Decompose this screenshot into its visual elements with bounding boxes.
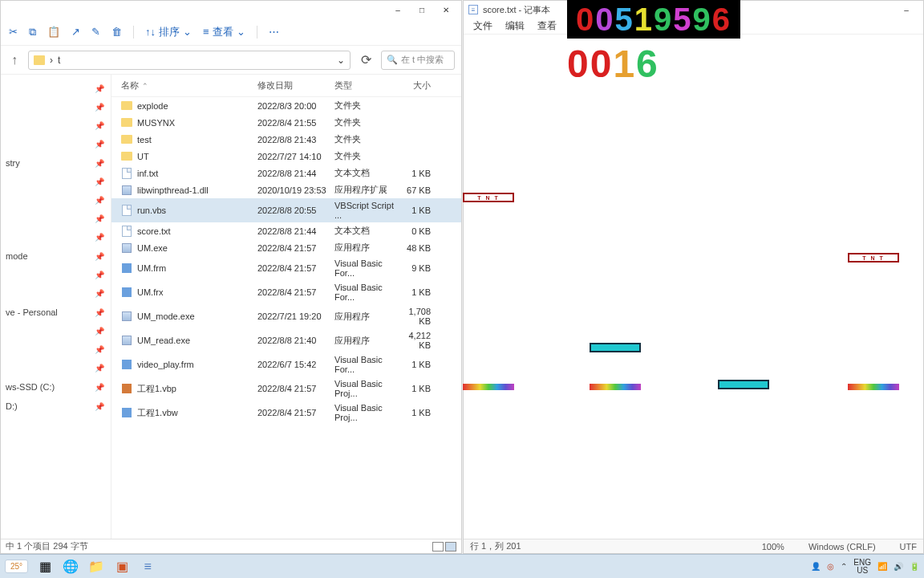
notepad-menubar: 文件 编辑 查看 — [464, 18, 923, 35]
battery-icon[interactable]: 🔋 — [910, 562, 919, 571]
sidebar-item[interactable]: 📌 — [1, 210, 111, 228]
taskview-icon[interactable]: ▦ — [36, 558, 54, 576]
file-row[interactable]: video_play.frm2022/6/7 15:42Visual Basic… — [111, 352, 461, 377]
separator — [133, 26, 134, 39]
chevron-down-icon[interactable]: ⌄ — [337, 55, 345, 66]
sidebar-item[interactable]: ve - Personal📌 — [1, 303, 111, 322]
notepad-taskbar-icon[interactable]: ≡ — [139, 558, 156, 576]
sort-button[interactable]: ↑↓ 排序 ⌄ — [145, 25, 192, 39]
close-button[interactable]: ✕ — [434, 2, 458, 17]
delete-icon[interactable]: 🗑 — [111, 26, 122, 38]
breadcrumb-sep: › — [50, 55, 53, 66]
sidebar-item[interactable]: 📌 — [1, 135, 111, 153]
more-icon[interactable]: ⋯ — [269, 26, 279, 38]
file-row[interactable]: test2022/8/8 21:43文件夹 — [111, 131, 461, 148]
col-type[interactable]: 类型 — [334, 79, 399, 92]
folder-icon — [34, 55, 45, 65]
file-row[interactable]: 工程1.vbw2022/8/4 21:57Visual Basic Proj..… — [111, 401, 461, 425]
maximize-button[interactable]: □ — [410, 2, 434, 17]
chevron-up-icon[interactable]: ⌃ — [841, 562, 847, 571]
sidebar-item[interactable]: 📌 — [1, 322, 111, 340]
sidebar-item[interactable]: ws-SSD (C:)📌 — [1, 377, 111, 397]
explorer-icon[interactable]: 📁 — [87, 558, 105, 576]
system-tray: 👤 ◎ ⌃ ENGUS 📶 🔊 🔋 — [811, 559, 919, 575]
sidebar-item[interactable]: 📌 — [1, 191, 111, 210]
explorer-statusbar: 中 1 个项目 294 字节 — [1, 539, 461, 553]
file-row[interactable]: MUSYNX2022/8/4 21:55文件夹 — [111, 114, 461, 131]
file-row[interactable]: 工程1.vbp2022/8/4 21:57Visual Basic Proj..… — [111, 377, 461, 401]
zoom-level: 100% — [762, 542, 784, 552]
file-explorer-window: – □ ✕ ✂ ⧉ 📋 ↗ ✎ 🗑 ↑↓ 排序 ⌄ ≡ 查看 ⌄ ⋯ ↑ › t… — [0, 0, 462, 554]
paste-icon[interactable]: 📋 — [47, 26, 60, 38]
col-date[interactable]: 修改日期 — [257, 79, 334, 92]
file-row[interactable]: UM_mode.exe2022/7/21 19:20应用程序1,708 KB — [111, 304, 461, 328]
sidebar-item[interactable]: 📌 — [1, 284, 111, 303]
sidebar-item[interactable]: 📌 — [1, 359, 111, 377]
tray-icon[interactable]: 👤 — [811, 562, 821, 571]
view-details-icon[interactable] — [445, 542, 456, 552]
path-text: t — [58, 55, 60, 66]
separator — [257, 26, 257, 39]
sidebar-item[interactable]: stry📌 — [1, 153, 111, 173]
col-size[interactable]: 大小 — [399, 79, 436, 92]
search-input[interactable]: 🔍 在 t 中搜索 — [381, 51, 455, 70]
file-row[interactable]: explode2022/8/3 20:00文件夹 — [111, 97, 461, 114]
sidebar-item[interactable]: mode📌 — [1, 246, 111, 266]
notepad-window: ≡ score.txt - 记事本 – 文件 编辑 查看 行 1，列 201 1… — [463, 0, 924, 554]
sidebar-item[interactable]: 📌 — [1, 340, 111, 359]
search-icon: 🔍 — [387, 55, 398, 65]
notepad-statusbar: 行 1，列 201 100% Windows (CRLF) UTF — [464, 539, 923, 553]
edge-icon[interactable]: 🌐 — [62, 558, 79, 576]
address-bar: ↑ › t ⌄ ⟳ 🔍 在 t 中搜索 — [1, 46, 461, 75]
sidebar-item[interactable]: 📌 — [1, 79, 111, 98]
file-row[interactable]: UM.exe2022/8/4 21:57应用程序48 KB — [111, 239, 461, 256]
wifi-icon[interactable]: 📶 — [877, 562, 887, 571]
explorer-titlebar: – □ ✕ — [1, 1, 461, 18]
notepad-titlebar: ≡ score.txt - 记事本 – — [464, 1, 923, 18]
sidebar-item[interactable]: 📌 — [1, 98, 111, 116]
tray-icon[interactable]: ◎ — [827, 562, 834, 571]
file-row[interactable]: score.txt2022/8/8 21:44文本文档0 KB — [111, 222, 461, 239]
volume-icon[interactable]: 🔊 — [894, 562, 903, 571]
file-row[interactable]: inf.txt2022/8/8 21:44文本文档1 KB — [111, 165, 461, 181]
column-headers: 名称⌃ 修改日期 类型 大小 — [111, 75, 461, 97]
line-ending: Windows (CRLF) — [808, 542, 876, 552]
menu-view[interactable]: 查看 — [537, 19, 557, 33]
sidebar-item[interactable]: 📌 — [1, 173, 111, 191]
weather-widget[interactable]: 25° — [5, 560, 28, 573]
menu-edit[interactable]: 编辑 — [505, 19, 525, 33]
sidebar-item[interactable]: 📌 — [1, 228, 111, 246]
file-row[interactable]: libwinpthread-1.dll2020/10/19 23:53应用程序扩… — [111, 181, 461, 198]
notepad-icon: ≡ — [468, 5, 478, 14]
rename-icon[interactable]: ✎ — [91, 26, 100, 38]
encoding: UTF — [900, 542, 917, 552]
col-name[interactable]: 名称⌃ — [121, 79, 257, 92]
file-row[interactable]: UM.frm2022/8/4 21:57Visual Basic For...9… — [111, 256, 461, 280]
explorer-sidebar: 📌📌📌📌stry📌📌📌📌📌mode📌📌📌ve - Personal📌📌📌📌ws-… — [1, 75, 111, 539]
explorer-toolbar: ✂ ⧉ 📋 ↗ ✎ 🗑 ↑↓ 排序 ⌄ ≡ 查看 ⌄ ⋯ — [1, 18, 461, 46]
file-list-panel: 名称⌃ 修改日期 类型 大小 explode2022/8/3 20:00文件夹M… — [111, 75, 461, 539]
powerpoint-icon[interactable]: ▣ — [113, 558, 131, 576]
menu-file[interactable]: 文件 — [473, 19, 492, 33]
minimize-button[interactable]: – — [386, 2, 410, 17]
sidebar-item[interactable]: 📌 — [1, 266, 111, 284]
sidebar-item[interactable]: 📌 — [1, 116, 111, 135]
cut-icon[interactable]: ✂ — [9, 26, 18, 38]
file-row[interactable]: UT2022/7/27 14:10文件夹 — [111, 148, 461, 165]
path-input[interactable]: › t ⌄ — [28, 51, 351, 70]
file-row[interactable]: run.vbs2022/8/8 20:55VBScript Script ...… — [111, 198, 461, 222]
file-row[interactable]: UM_read.exe2022/8/8 21:40应用程序4,212 KB — [111, 328, 461, 352]
search-placeholder: 在 t 中搜索 — [401, 54, 444, 66]
view-list-icon[interactable] — [432, 542, 444, 552]
language-indicator[interactable]: ENGUS — [853, 559, 871, 575]
refresh-button[interactable]: ⟳ — [357, 51, 375, 70]
sidebar-item[interactable]: D:)📌 — [1, 397, 111, 416]
view-button[interactable]: ≡ 查看 ⌄ — [203, 25, 245, 39]
file-row[interactable]: UM.frx2022/8/4 21:57Visual Basic For...1… — [111, 280, 461, 304]
minimize-button[interactable]: – — [894, 2, 918, 17]
status-text: 中 1 个项目 294 字节 — [6, 540, 88, 552]
cursor-position: 行 1，列 201 — [470, 540, 521, 552]
nav-up-button[interactable]: ↑ — [7, 53, 22, 67]
share-icon[interactable]: ↗ — [71, 26, 80, 38]
copy-icon[interactable]: ⧉ — [29, 26, 36, 39]
